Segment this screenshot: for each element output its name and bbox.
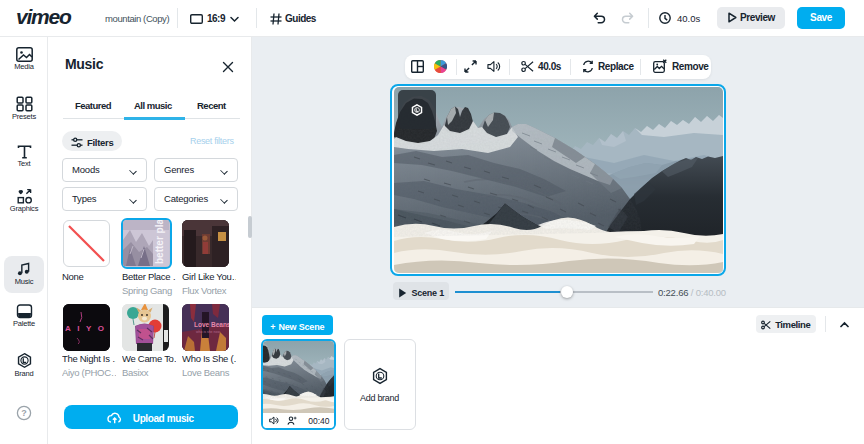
- svg-text:who is she now: who is she now: [196, 330, 220, 334]
- svg-text:better place: better place: [154, 220, 165, 264]
- svg-text:AIYO: AIYO: [65, 324, 110, 333]
- svg-text:?: ?: [21, 408, 27, 418]
- svg-text:Love Beans: Love Beans: [194, 321, 229, 328]
